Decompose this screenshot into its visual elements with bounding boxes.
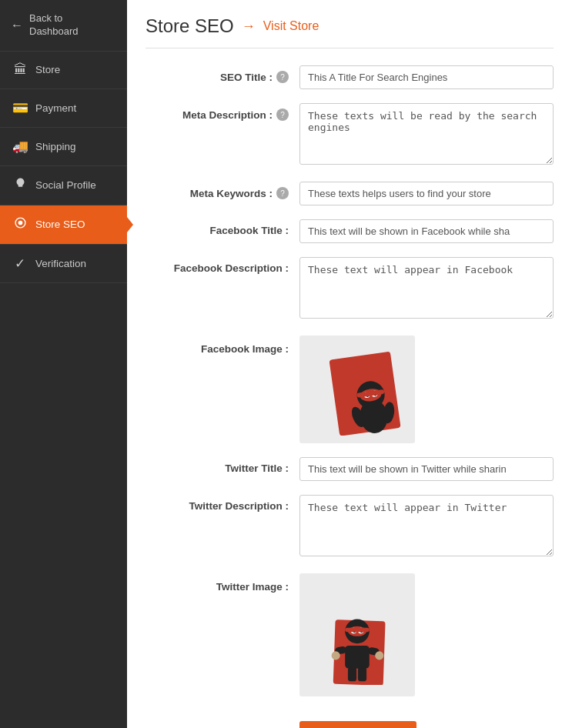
page-title: Store SEO — [146, 15, 234, 37]
shipping-icon: 🚚 — [12, 139, 28, 155]
twitter-title-row: Twitter Title : — [146, 457, 554, 481]
facebook-image-upload[interactable] — [299, 336, 415, 443]
facebook-image-label: Facebook Image : — [201, 343, 289, 355]
twitter-image-label-wrap: Twitter Image : — [146, 573, 299, 593]
facebook-desc-textarea[interactable]: These text will appear in Facebook — [299, 257, 554, 319]
sidebar-label-social-profile: Social Profile — [35, 179, 96, 191]
back-label: Back toDashboard — [29, 12, 79, 38]
meta-keywords-input[interactable] — [299, 182, 554, 205]
facebook-image-control — [299, 336, 554, 443]
meta-keywords-control — [299, 182, 554, 205]
facebook-image-row: Facebook Image : — [146, 336, 554, 443]
facebook-title-label-wrap: Facebook Title : — [146, 219, 299, 236]
sidebar-item-social-profile[interactable]: Social Profile — [0, 166, 127, 205]
main-content: Store SEO → Visit Store SEO Title : ? Me… — [127, 0, 572, 728]
twitter-title-input[interactable] — [299, 457, 554, 481]
sidebar-item-store-seo[interactable]: Store SEO — [0, 205, 127, 245]
store-seo-icon — [12, 216, 28, 233]
facebook-desc-label: Facebook Description : — [174, 262, 289, 274]
facebook-desc-control: These text will appear in Facebook — [299, 257, 554, 322]
facebook-image-label-wrap: Facebook Image : — [146, 336, 299, 355]
sidebar-item-shipping[interactable]: 🚚 Shipping — [0, 128, 127, 166]
svg-rect-25 — [345, 628, 370, 633]
svg-rect-15 — [358, 667, 366, 682]
back-arrow-icon: ← — [11, 18, 23, 32]
meta-desc-label: Meta Description : — [182, 109, 273, 121]
header-arrow-icon: → — [242, 18, 256, 35]
meta-keywords-help-icon[interactable]: ? — [276, 187, 289, 199]
facebook-title-control — [299, 219, 554, 243]
sidebar-item-payment[interactable]: 💳 Payment — [0, 89, 127, 128]
sidebar-label-store: Store — [35, 64, 60, 75]
twitter-desc-textarea[interactable]: These text will appear in Twitter — [299, 495, 554, 556]
meta-desc-control: These texts will be read by the search e… — [299, 103, 554, 168]
store-icon: 🏛 — [12, 62, 28, 78]
twitter-image-upload[interactable] — [299, 573, 415, 696]
seo-title-help-icon[interactable]: ? — [276, 71, 289, 83]
seo-title-input[interactable] — [299, 65, 554, 89]
payment-icon: 💳 — [12, 100, 28, 116]
twitter-desc-row: Twitter Description : These text will ap… — [146, 495, 554, 559]
twitter-title-label-wrap: Twitter Title : — [146, 457, 299, 474]
sidebar-item-store[interactable]: 🏛 Store — [0, 52, 127, 89]
seo-title-label: SEO Title : — [220, 72, 273, 83]
twitter-image-label: Twitter Image : — [216, 581, 289, 593]
sidebar-label-verification: Verification — [35, 258, 86, 269]
seo-form: SEO Title : ? Meta Description : ? These… — [146, 65, 554, 728]
meta-desc-label-wrap: Meta Description : ? — [146, 103, 299, 121]
sidebar-label-shipping: Shipping — [35, 141, 76, 152]
twitter-desc-control: These text will appear in Twitter — [299, 495, 554, 559]
twitter-image-row: Twitter Image : — [146, 573, 554, 696]
svg-rect-14 — [348, 667, 356, 682]
meta-keywords-label: Meta Keywords : — [190, 188, 273, 199]
seo-title-row: SEO Title : ? — [146, 65, 554, 89]
meta-keywords-row: Meta Keywords : ? — [146, 182, 554, 205]
facebook-title-input[interactable] — [299, 219, 554, 243]
save-button-row: Save Changes — [146, 721, 554, 728]
visit-store-link[interactable]: Visit Store — [263, 19, 319, 33]
save-changes-button[interactable]: Save Changes — [299, 721, 416, 728]
facebook-title-label: Facebook Title : — [209, 225, 289, 236]
facebook-desc-label-wrap: Facebook Description : — [146, 257, 299, 274]
meta-desc-row: Meta Description : ? These texts will be… — [146, 103, 554, 168]
social-icon — [12, 177, 28, 194]
twitter-title-control — [299, 457, 554, 481]
seo-title-control — [299, 65, 554, 89]
meta-desc-help-icon[interactable]: ? — [276, 109, 289, 121]
twitter-title-label: Twitter Title : — [225, 463, 289, 474]
meta-desc-textarea[interactable]: These texts will be read by the search e… — [299, 103, 554, 165]
verification-icon: ✓ — [12, 255, 28, 272]
sidebar-label-payment: Payment — [35, 102, 76, 114]
page-header: Store SEO → Visit Store — [146, 15, 554, 48]
twitter-desc-label-wrap: Twitter Description : — [146, 495, 299, 512]
svg-rect-16 — [345, 646, 370, 669]
sidebar: ← Back toDashboard 🏛 Store 💳 Payment 🚚 S… — [0, 0, 127, 728]
meta-keywords-label-wrap: Meta Keywords : ? — [146, 182, 299, 199]
svg-point-1 — [18, 220, 22, 225]
twitter-desc-label: Twitter Description : — [189, 500, 289, 512]
twitter-image-control — [299, 573, 554, 696]
facebook-title-row: Facebook Title : — [146, 219, 554, 243]
svg-point-26 — [332, 651, 340, 660]
back-to-dashboard[interactable]: ← Back toDashboard — [0, 0, 127, 52]
sidebar-label-store-seo: Store SEO — [35, 219, 85, 230]
sidebar-item-verification[interactable]: ✓ Verification — [0, 245, 127, 283]
svg-point-27 — [375, 651, 383, 660]
facebook-desc-row: Facebook Description : These text will a… — [146, 257, 554, 322]
seo-title-label-wrap: SEO Title : ? — [146, 65, 299, 83]
